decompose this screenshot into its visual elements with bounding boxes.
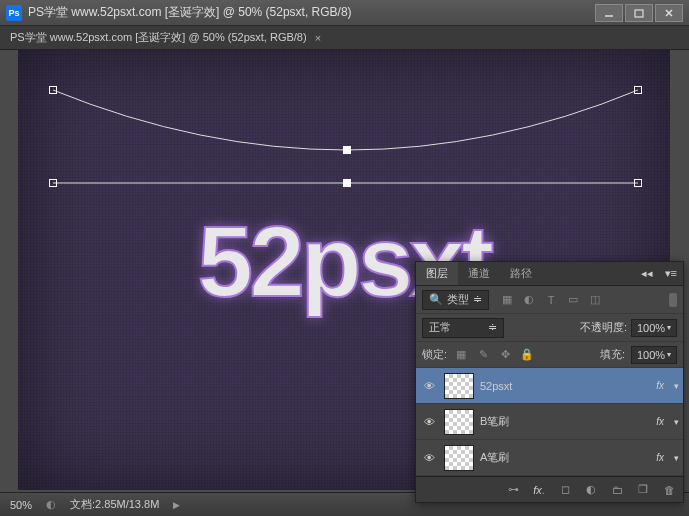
tab-layers[interactable]: 图层 bbox=[416, 262, 458, 285]
status-icon[interactable]: ◐ bbox=[46, 498, 56, 511]
transform-handle[interactable] bbox=[634, 86, 642, 94]
layer-list: 👁 52psxt fx ▾ 👁 B笔刷 fx ▾ 👁 A笔刷 fx ▾ bbox=[416, 368, 683, 476]
ps-logo: Ps bbox=[6, 5, 22, 21]
close-button[interactable] bbox=[655, 4, 683, 22]
link-layers-icon[interactable]: ⊶ bbox=[505, 482, 521, 498]
layers-panel: 图层 通道 路径 ◂◂ ▾≡ 🔍 类型 ≑ ▦ ◐ T ▭ ◫ 正常 ≑ 不透明… bbox=[415, 261, 684, 503]
adjustment-layer-icon[interactable]: ◐ bbox=[583, 482, 599, 498]
blend-mode-dropdown[interactable]: 正常 ≑ bbox=[422, 318, 504, 338]
panel-footer: ⊶ fx. ◻ ◐ 🗀 ❐ 🗑 bbox=[416, 476, 683, 502]
layer-name[interactable]: 52psxt bbox=[480, 380, 650, 392]
titlebar: Ps PS学堂 www.52psxt.com [圣诞字效] @ 50% (52p… bbox=[0, 0, 689, 26]
layer-name[interactable]: A笔刷 bbox=[480, 450, 650, 465]
collapse-icon[interactable]: ◂◂ bbox=[635, 267, 659, 280]
kind-filter-dropdown[interactable]: 🔍 类型 ≑ bbox=[422, 290, 489, 310]
search-icon: 🔍 bbox=[429, 293, 443, 306]
panel-tabs: 图层 通道 路径 ◂◂ ▾≡ bbox=[416, 262, 683, 286]
filter-row: 🔍 类型 ≑ ▦ ◐ T ▭ ◫ bbox=[416, 286, 683, 314]
chevron-right-icon[interactable]: ▶ bbox=[173, 500, 180, 510]
lock-transparency-icon[interactable]: ▦ bbox=[453, 347, 469, 363]
lock-position-icon[interactable]: ✥ bbox=[497, 347, 513, 363]
blend-row: 正常 ≑ 不透明度: 100%▾ bbox=[416, 314, 683, 342]
visibility-icon[interactable]: 👁 bbox=[420, 413, 438, 431]
delete-layer-icon[interactable]: 🗑 bbox=[661, 482, 677, 498]
chevron-down-icon[interactable]: ▾ bbox=[674, 381, 679, 391]
fx-badge[interactable]: fx bbox=[656, 380, 664, 391]
type-filter-icon[interactable]: T bbox=[543, 292, 559, 308]
document-tab[interactable]: PS学堂 www.52psxt.com [圣诞字效] @ 50% (52psxt… bbox=[0, 26, 689, 50]
layer-thumbnail[interactable] bbox=[444, 445, 474, 471]
svg-rect-1 bbox=[635, 10, 643, 17]
chevron-down-icon[interactable]: ▾ bbox=[674, 417, 679, 427]
pixel-filter-icon[interactable]: ▦ bbox=[499, 292, 515, 308]
transform-handle[interactable] bbox=[634, 179, 642, 187]
doc-size: 文档:2.85M/13.8M bbox=[70, 497, 159, 512]
fill-input[interactable]: 100%▾ bbox=[631, 346, 677, 364]
anchor-point[interactable] bbox=[343, 146, 351, 154]
maximize-button[interactable] bbox=[625, 4, 653, 22]
chevron-down-icon: ≑ bbox=[488, 321, 497, 334]
transform-handle[interactable] bbox=[49, 86, 57, 94]
close-icon[interactable]: × bbox=[315, 32, 321, 44]
layer-thumbnail[interactable] bbox=[444, 373, 474, 399]
fill-label: 填充: bbox=[600, 347, 625, 362]
layer-item[interactable]: 👁 B笔刷 fx ▾ bbox=[416, 404, 683, 440]
lock-pixels-icon[interactable]: ✎ bbox=[475, 347, 491, 363]
chevron-down-icon[interactable]: ▾ bbox=[674, 453, 679, 463]
zoom-level[interactable]: 50% bbox=[10, 499, 32, 511]
lock-row: 锁定: ▦ ✎ ✥ 🔒 填充: 100%▾ bbox=[416, 342, 683, 368]
filter-toggle[interactable] bbox=[669, 293, 677, 307]
layer-name[interactable]: B笔刷 bbox=[480, 414, 650, 429]
layer-item[interactable]: 👁 52psxt fx ▾ bbox=[416, 368, 683, 404]
layer-mask-icon[interactable]: ◻ bbox=[557, 482, 573, 498]
transform-handle[interactable] bbox=[49, 179, 57, 187]
layer-style-icon[interactable]: fx. bbox=[531, 482, 547, 498]
visibility-icon[interactable]: 👁 bbox=[420, 449, 438, 467]
lock-label: 锁定: bbox=[422, 347, 447, 362]
document-tab-title: PS学堂 www.52psxt.com [圣诞字效] @ 50% (52psxt… bbox=[10, 30, 307, 45]
visibility-icon[interactable]: 👁 bbox=[420, 377, 438, 395]
panel-menu-icon[interactable]: ▾≡ bbox=[659, 267, 683, 280]
fx-badge[interactable]: fx bbox=[656, 452, 664, 463]
minimize-button[interactable] bbox=[595, 4, 623, 22]
fx-badge[interactable]: fx bbox=[656, 416, 664, 427]
filter-icons: ▦ ◐ T ▭ ◫ bbox=[499, 292, 603, 308]
lock-all-icon[interactable]: 🔒 bbox=[519, 347, 535, 363]
tab-channels[interactable]: 通道 bbox=[458, 262, 500, 285]
opacity-label: 不透明度: bbox=[580, 320, 627, 335]
tab-paths[interactable]: 路径 bbox=[500, 262, 542, 285]
shape-filter-icon[interactable]: ▭ bbox=[565, 292, 581, 308]
smart-filter-icon[interactable]: ◫ bbox=[587, 292, 603, 308]
chevron-down-icon: ≑ bbox=[473, 293, 482, 306]
window-controls bbox=[595, 4, 683, 22]
anchor-point[interactable] bbox=[343, 179, 351, 187]
group-icon[interactable]: 🗀 bbox=[609, 482, 625, 498]
window-title: PS学堂 www.52psxt.com [圣诞字效] @ 50% (52psxt… bbox=[28, 4, 595, 21]
layer-thumbnail[interactable] bbox=[444, 409, 474, 435]
opacity-input[interactable]: 100%▾ bbox=[631, 319, 677, 337]
adjustment-filter-icon[interactable]: ◐ bbox=[521, 292, 537, 308]
layer-item[interactable]: 👁 A笔刷 fx ▾ bbox=[416, 440, 683, 476]
new-layer-icon[interactable]: ❐ bbox=[635, 482, 651, 498]
